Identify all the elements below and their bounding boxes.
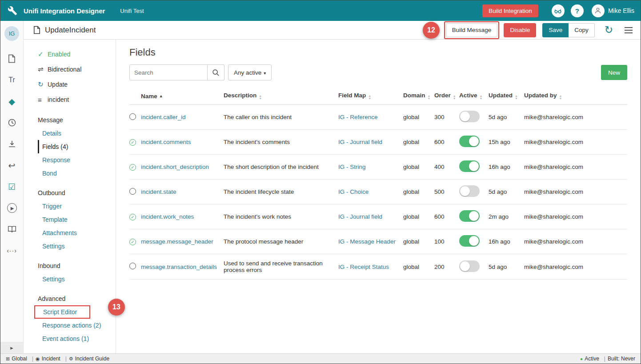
column-header-description[interactable]: Description▲▼ [224, 88, 338, 105]
diamond-icon[interactable]: ◆ [0, 91, 23, 112]
sidebar-item-event-actions[interactable]: Event actions (1) [38, 332, 116, 345]
field-map-link[interactable]: IG - Reference [338, 114, 378, 120]
column-header-order[interactable]: Order▲▼ [434, 88, 459, 105]
integration-name[interactable]: Unifi Test [120, 8, 144, 14]
field-name-link[interactable]: incident.state [141, 188, 176, 195]
field-domain: global [403, 180, 434, 204]
table-row: incident.work_notes The incident's work … [129, 204, 627, 229]
sidebar-item-inbound-settings[interactable]: Settings [38, 272, 116, 286]
sort-icon: ▲▼ [515, 95, 518, 100]
play-icon[interactable]: ▶ [0, 197, 23, 219]
sidebar-item-trigger[interactable]: Trigger [38, 200, 116, 213]
column-header-domain[interactable]: Domain▲▼ [403, 88, 434, 105]
statusbar-incident[interactable]: ◉ Incident [36, 356, 60, 362]
fields-table: Name▲ Description▲▼ Field Map▲▼ Domain▲▼… [129, 88, 627, 280]
disable-button[interactable]: Disable [504, 23, 536, 37]
field-map-link[interactable]: IG - Message Header [338, 238, 396, 245]
filter-label: Any active [234, 69, 261, 76]
gear-icon: ⚙ [69, 356, 73, 362]
field-updated: 5d ago [489, 105, 524, 130]
column-header-active[interactable]: Active▲▼ [459, 88, 489, 105]
field-updated-by: mike@sharelogic.com [524, 204, 627, 229]
field-name-link[interactable]: incident.caller_id [141, 114, 186, 120]
sidebar-item-bond[interactable]: Bond [38, 167, 116, 180]
active-toggle[interactable] [459, 185, 480, 197]
download-icon[interactable] [0, 133, 23, 155]
history-icon[interactable] [0, 112, 23, 133]
table-row: message.message_header The protocol mess… [129, 229, 627, 254]
column-header-name[interactable]: Name▲ [141, 88, 224, 105]
active-filter-dropdown[interactable]: Any active▾ [228, 64, 272, 80]
statusbar-incident-guide[interactable]: ⚙ Incident Guide [69, 356, 109, 362]
callout-12-badge: 12 [423, 22, 440, 39]
hamburger-menu-icon[interactable] [624, 26, 633, 34]
field-updated-by: mike@sharelogic.com [524, 105, 627, 130]
column-header-field-map[interactable]: Field Map▲▼ [338, 88, 403, 105]
sidebar-item-update[interactable]: ↻ Update [38, 77, 116, 92]
sidebar-item-response-actions[interactable]: Response actions (2) [38, 319, 116, 332]
column-header-updated-by[interactable]: Updated by▲▼ [524, 88, 627, 105]
reply-icon[interactable]: ↩ [0, 155, 23, 176]
active-toggle[interactable] [459, 235, 480, 247]
active-toggle[interactable] [459, 210, 480, 222]
build-integration-button[interactable]: Build Integration [482, 4, 538, 17]
sort-icon: ▲▼ [428, 95, 431, 100]
sidebar-item-attachments[interactable]: Attachments [38, 226, 116, 240]
sidebar-item-label: Enabled [48, 51, 70, 58]
active-toggle[interactable] [459, 160, 480, 172]
sidebar-item-script-editor[interactable]: Script Editor [39, 306, 77, 318]
field-name-link[interactable]: incident.short_description [141, 164, 209, 170]
active-toggle[interactable] [459, 136, 480, 147]
book-icon[interactable] [0, 219, 23, 240]
build-message-button[interactable]: Build Message [446, 23, 498, 37]
statusbar-global[interactable]: ⊞ Global [6, 356, 27, 362]
active-toggle[interactable] [459, 260, 480, 272]
save-button[interactable]: Save [542, 23, 569, 37]
grid-icon: ⊞ [6, 356, 10, 362]
app-window: Unifi Integration Designer Unifi Test Bu… [0, 0, 641, 364]
text-format-icon[interactable]: Tr [0, 69, 23, 91]
field-name-link[interactable]: message.message_header [141, 238, 213, 245]
code-icon[interactable]: ‹··› [0, 240, 23, 261]
sidebar-item-response[interactable]: Response [38, 153, 116, 167]
column-header-updated[interactable]: Updated▲▼ [489, 88, 524, 105]
user-menu[interactable]: Mike Ellis [592, 4, 634, 17]
sidebar-item-incident[interactable]: ≡ incident [38, 92, 116, 107]
preview-glasses-button[interactable] [552, 4, 565, 17]
copy-button[interactable]: Copy [569, 23, 595, 37]
field-map-link[interactable]: IG - String [338, 164, 366, 170]
field-map-link[interactable]: IG - Journal field [338, 139, 382, 145]
field-map-link[interactable]: IG - Choice [338, 188, 369, 195]
sidebar-item-outbound-settings[interactable]: Settings [38, 240, 116, 253]
sidebar-item-details[interactable]: Details [38, 127, 116, 140]
search-button[interactable] [208, 64, 224, 80]
help-button[interactable]: ? [571, 4, 584, 17]
field-name-link[interactable]: incident.work_notes [141, 213, 194, 220]
sidebar-item-template[interactable]: Template [38, 213, 116, 226]
statusbar-label: Global [12, 356, 27, 362]
field-map-link[interactable]: IG - Receipt Status [338, 264, 389, 270]
table-row: incident.comments The incident's comment… [129, 130, 627, 155]
new-button[interactable]: New [601, 65, 627, 80]
field-name-link[interactable]: incident.comments [141, 139, 191, 145]
refresh-icon[interactable]: ↻ [605, 25, 613, 35]
sidebar-item-bidirectional[interactable]: ⇌ Bidirectional [38, 62, 116, 77]
field-description: The incident lifecycle state [224, 180, 338, 204]
field-updated-by: mike@sharelogic.com [524, 180, 627, 204]
sidebar-item-enabled[interactable]: ✓ Enabled [38, 47, 116, 62]
table-row: message.transaction_details Used to send… [129, 254, 627, 280]
annotation-box-script-editor: Script Editor [34, 305, 90, 319]
search-input[interactable] [129, 64, 208, 80]
field-name-link[interactable]: message.transaction_details [141, 264, 217, 270]
sidebar-expand-arrow-icon[interactable]: ▸ [0, 342, 23, 353]
field-order: 400 [434, 155, 459, 180]
document-rail-icon[interactable] [0, 48, 23, 69]
integration-avatar[interactable]: IG [4, 26, 19, 41]
active-toggle[interactable] [459, 111, 480, 122]
tasks-checklist-icon[interactable]: ☑ [0, 176, 23, 197]
user-name: Mike Ellis [608, 7, 634, 14]
field-map-link[interactable]: IG - Journal field [338, 213, 382, 220]
sidebar-item-fields[interactable]: Fields (4) [38, 140, 116, 153]
field-description: The short description of the incident [224, 155, 338, 180]
sidebar-item-label: Bidirectional [48, 66, 81, 73]
